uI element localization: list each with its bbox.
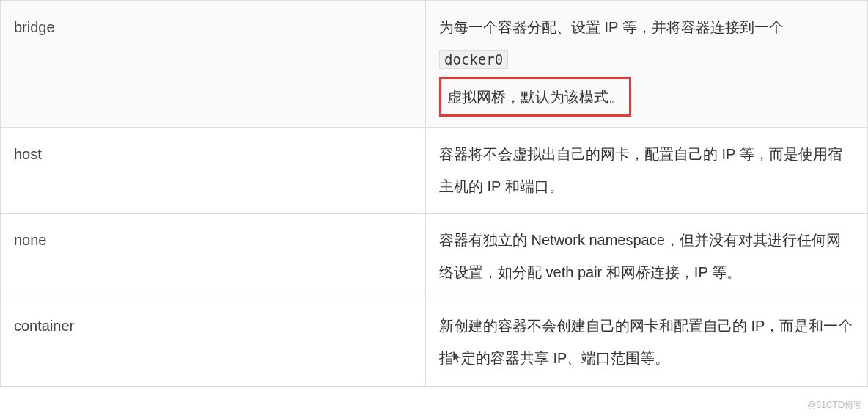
mode-cell: host xyxy=(1,128,426,214)
code-inline: docker0 xyxy=(439,50,508,69)
mode-cell: container xyxy=(1,299,426,387)
desc-text: 定的容器共享 IP、端口范围等。 xyxy=(461,350,669,366)
mode-cell: none xyxy=(1,214,426,299)
desc-cell: 为每一个容器分配、设置 IP 等，并将容器连接到一个 docker0 虚拟网桥，… xyxy=(426,1,868,128)
desc-cell: 容器将不会虚拟出自己的网卡，配置自己的 IP 等，而是使用宿主机的 IP 和端口… xyxy=(426,128,868,214)
table-row: host 容器将不会虚拟出自己的网卡，配置自己的 IP 等，而是使用宿主机的 I… xyxy=(1,128,868,214)
desc-cell: 新创建的容器不会创建自己的网卡和配置自己的 IP，而是和一个指定的容器共享 IP… xyxy=(426,299,868,387)
highlight-box: 虚拟网桥，默认为该模式。 xyxy=(439,77,631,117)
mode-cell: bridge xyxy=(1,1,426,128)
desc-text: 为每一个容器分配、设置 IP 等，并将容器连接到一个 xyxy=(439,19,784,35)
table-row: bridge 为每一个容器分配、设置 IP 等，并将容器连接到一个 docker… xyxy=(1,1,868,128)
table-row: container 新创建的容器不会创建自己的网卡和配置自己的 IP，而是和一个… xyxy=(1,299,868,387)
desc-cell: 容器有独立的 Network namespace，但并没有对其进行任何网络设置，… xyxy=(426,214,868,299)
network-modes-table: bridge 为每一个容器分配、设置 IP 等，并将容器连接到一个 docker… xyxy=(0,0,868,387)
table-row: none 容器有独立的 Network namespace，但并没有对其进行任何… xyxy=(1,214,868,299)
